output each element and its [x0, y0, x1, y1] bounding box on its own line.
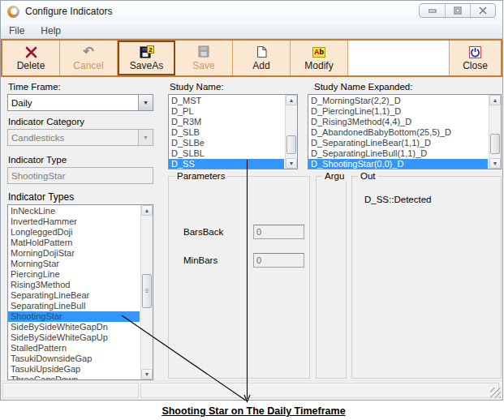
list-item[interactable]: D_ShootingStar(0,0)_D	[308, 159, 488, 169]
parameters-groupbox: Parameters BarsBack MinBars	[168, 176, 310, 379]
out-groupbox: Out D_SS::Detected	[351, 176, 502, 379]
floppy-save-icon	[197, 45, 210, 59]
list-item[interactable]: SideBySideWhiteGapUp	[8, 332, 140, 343]
app-logo-icon	[7, 6, 19, 18]
scroll-down-icon[interactable]: ▼	[286, 158, 297, 169]
resize-grip[interactable]	[490, 388, 501, 398]
study-name-expanded-list[interactable]: D_MorningStar(2,2)_DD_PiercingLine(1,1)_…	[308, 94, 502, 169]
indicator-types-list[interactable]: InNeckLineInvertedHammerLongleggedDojiMa…	[7, 204, 153, 380]
indicator-type-field: ShootingStar	[7, 167, 153, 184]
cancel-button: ↶ Cancel	[60, 41, 118, 75]
indicator-category-value: Candlesticks	[11, 133, 64, 143]
saveas-button[interactable]: 2 SaveAs	[118, 41, 175, 75]
close-window-button[interactable]	[470, 4, 495, 17]
list-item[interactable]: D_SeparatingLineBull(1,1)_D	[308, 148, 488, 159]
scroll-thumb[interactable]	[286, 135, 296, 154]
new-page-icon	[256, 45, 268, 59]
window-controls	[419, 3, 496, 18]
list-item[interactable]: StalledPattern	[8, 343, 140, 354]
minbars-input	[253, 253, 304, 268]
minimize-icon	[429, 7, 437, 15]
scroll-thumb[interactable]	[490, 134, 500, 154]
close-button[interactable]: Close	[449, 41, 501, 75]
power-close-icon	[469, 45, 481, 59]
svg-text:2: 2	[149, 46, 153, 54]
time-frame-combobox[interactable]: Daily ▼	[7, 94, 153, 111]
barsback-label: BarsBack	[183, 227, 223, 237]
time-frame-value: Daily	[11, 98, 32, 108]
list-item[interactable]: D_SLB	[169, 127, 284, 138]
modify-label: Modify	[304, 60, 333, 71]
menu-file[interactable]: File	[1, 23, 32, 38]
window-title: Configure Indicators	[25, 6, 112, 17]
cancel-label: Cancel	[73, 60, 103, 71]
delete-button[interactable]: Delete	[2, 41, 60, 75]
restore-button[interactable]	[445, 4, 470, 17]
toolbar: Delete ↶ Cancel 2 SaveAs	[1, 39, 502, 77]
list-item[interactable]: D_MST	[169, 96, 284, 106]
indicator-type-value: ShootingStar	[11, 171, 66, 181]
scroll-up-icon[interactable]: ▲	[141, 205, 153, 216]
list-item[interactable]: PiercingLine	[8, 269, 140, 280]
undo-arrow-icon: ↶	[83, 45, 93, 59]
list-item[interactable]: D_Rising3Method(4,4)_D	[308, 117, 488, 127]
out-title: Out	[358, 171, 378, 181]
list-item[interactable]: D_SLBL	[169, 148, 284, 159]
scroll-up-icon[interactable]: ▲	[286, 95, 297, 105]
close-icon	[479, 6, 487, 15]
list-item[interactable]: TasukiDownsideGap	[8, 354, 140, 364]
list-item[interactable]: D_PL	[169, 106, 284, 117]
list-item[interactable]: TasukiUpsideGap	[8, 364, 140, 375]
list-item[interactable]: InvertedHammer	[8, 216, 140, 227]
scroll-thumb[interactable]	[142, 274, 152, 308]
restore-icon	[454, 6, 462, 15]
list-item[interactable]: ShootingStar	[8, 311, 140, 322]
menu-help[interactable]: Help	[32, 23, 69, 38]
status-bar	[1, 380, 502, 400]
scroll-down-icon[interactable]: ▼	[489, 158, 501, 169]
list-item[interactable]: Rising3Method	[8, 280, 140, 290]
list-item[interactable]: D_SeparatingLineBear(1,1)_D	[308, 138, 488, 148]
chevron-down-icon[interactable]: ▼	[138, 95, 153, 110]
list-item[interactable]: MatHoldPattern	[8, 238, 140, 248]
floppy-saveas-icon: 2	[140, 45, 154, 59]
list-item[interactable]: SeparatingLineBear	[8, 290, 140, 301]
close-label: Close	[463, 60, 488, 71]
list-item[interactable]: D_SS	[169, 159, 284, 169]
indicator-type-label: Indicator Type	[8, 155, 67, 165]
arguments-groupbox: Argu	[316, 176, 347, 379]
ab-edit-icon: Ab	[312, 45, 325, 59]
list-item[interactable]: D_SLBe	[169, 138, 284, 148]
annotation-caption: Shooting Star on The Daily Timeframe	[154, 405, 353, 417]
scroll-down-icon[interactable]: ▼	[141, 369, 153, 379]
modify-button[interactable]: Ab Modify	[291, 41, 348, 75]
parameters-title: Parameters	[174, 171, 227, 181]
scrollbar[interactable]: ▲ ▼	[489, 95, 501, 169]
list-item[interactable]: D_AbandonedBabyBottom(25,5)_D	[308, 127, 488, 138]
add-button[interactable]: Add	[233, 41, 291, 75]
list-item[interactable]: LongleggedDoji	[8, 227, 140, 238]
configure-indicators-window: Configure Indicators File Help Delete ↶	[0, 0, 503, 401]
list-item[interactable]: SideBySideWhiteGapDn	[8, 322, 140, 332]
delete-label: Delete	[17, 60, 45, 71]
scrollbar[interactable]: ▲ ▼	[285, 95, 297, 169]
time-frame-label: Time Frame:	[8, 82, 61, 92]
list-item[interactable]: MorningStar	[8, 259, 140, 269]
thumb-grip-icon	[145, 289, 149, 294]
list-item[interactable]: MorningDojiStar	[8, 248, 140, 259]
out-value: D_SS::Detected	[364, 195, 431, 204]
arguments-title: Argu	[322, 171, 347, 181]
save-button: Save	[175, 41, 233, 75]
list-item[interactable]: InNeckLine	[8, 206, 140, 216]
delete-x-icon	[24, 45, 38, 59]
list-item[interactable]: D_R3M	[169, 117, 284, 127]
list-item[interactable]: D_MorningStar(2,2)_D	[308, 96, 488, 106]
scrollbar[interactable]: ▲ ▼	[140, 205, 153, 379]
minimize-button[interactable]	[420, 4, 445, 17]
study-name-list[interactable]: D_MSTD_PLD_R3MD_SLBD_SLBeD_SLBLD_SS ▲ ▼	[168, 94, 298, 169]
list-item[interactable]: SeparatingLineBull	[8, 301, 140, 311]
list-item[interactable]: D_PiercingLine(1,1)_D	[308, 106, 488, 117]
list-item[interactable]: ThreeGapsDown	[8, 375, 140, 379]
status-pane-left	[2, 383, 139, 398]
scroll-up-icon[interactable]: ▲	[489, 95, 501, 105]
